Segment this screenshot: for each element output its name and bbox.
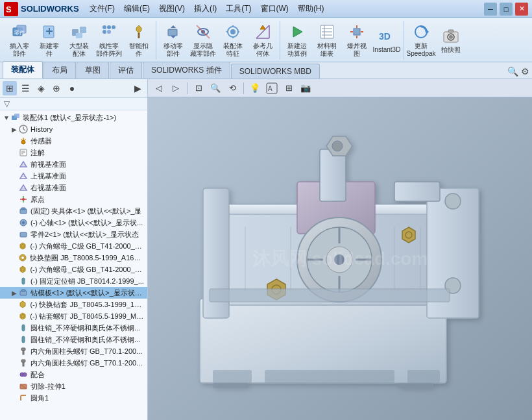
tree-item-part2[interactable]: 零件2<1> (默认<<默认>_显示状态	[0, 229, 147, 240]
svg-rect-95	[23, 362, 24, 366]
instant3d-label: Instant3D	[373, 46, 401, 54]
insert-component-icon: 零件	[10, 23, 29, 41]
pattern-button[interactable]: 线性零部件阵列	[95, 23, 123, 58]
svg-point-76	[22, 221, 25, 224]
configuration-manager-icon[interactable]: ◈	[34, 81, 48, 95]
show-hide-button[interactable]: 显示隐藏零部件	[189, 23, 217, 58]
feature-manager-icon[interactable]: ⊞	[3, 81, 17, 95]
options-icon[interactable]: ⚙	[521, 66, 529, 77]
menu-tools[interactable]: 工具(T)	[222, 2, 255, 16]
new-part-button[interactable]: 新建零件	[35, 23, 64, 58]
tab-assembly[interactable]: 装配体	[3, 61, 43, 79]
svg-text:A: A	[268, 85, 272, 92]
tree-arrow-drill-template: ▶	[10, 290, 18, 297]
insert-component-button[interactable]: 零件 插入零部件	[5, 23, 34, 58]
instant3d-button[interactable]: 3D Instant3D	[372, 23, 401, 58]
display-manager-icon[interactable]: ●	[65, 81, 79, 95]
tree-item-front-plane[interactable]: 前视基准面	[0, 158, 147, 170]
view-prev-button[interactable]: ◁	[152, 81, 166, 95]
tree-item-spindle[interactable]: (-) 心轴<1> (默认<<默认>_显示状...	[0, 217, 147, 229]
3d-viewport[interactable]: ◁ ▷ ⊡ 🔍 ⟲ 💡 A ⊞ 📷	[148, 79, 532, 420]
rotate-view-button[interactable]: ⟲	[225, 81, 239, 95]
large-assembly-button[interactable]: 大型装配体	[65, 23, 93, 58]
svg-rect-52	[14, 114, 19, 118]
svg-rect-9	[76, 33, 82, 38]
svg-point-11	[107, 25, 111, 29]
smart-fastener-button[interactable]: 智能扣件	[125, 23, 153, 58]
menu-help[interactable]: 帮助(H)	[294, 2, 328, 16]
tree-item-top-plane[interactable]: 上视基准面	[0, 170, 147, 182]
view-orientation-button[interactable]: A	[265, 81, 279, 95]
new-motion-button[interactable]: 新建运动算例	[283, 23, 311, 58]
zoom-fit-button[interactable]: ⊡	[191, 81, 206, 95]
tree-item-right-plane[interactable]: 右视基准面	[0, 182, 147, 193]
separator2	[243, 82, 244, 94]
part2-icon	[18, 229, 29, 240]
tab-sw-plugins[interactable]: SOLIDWORKS 插件	[143, 62, 230, 79]
close-button[interactable]: ✕	[515, 3, 528, 16]
section-view-button[interactable]: ⊞	[282, 81, 296, 95]
tab-layout[interactable]: 布局	[43, 62, 76, 79]
tree-item-annotation[interactable]: 注解	[0, 147, 147, 158]
cyl-pin2-label: 圆柱销_不淬硬钢和奥氏体不锈钢...	[30, 335, 140, 345]
drill-screw-label: (-) 钻套螺钉 JB_T8045.5-1999_M5X...	[30, 312, 145, 321]
tree-item-mates[interactable]: 配合	[0, 369, 147, 380]
assembly-feature-button[interactable]: 装配体特征	[219, 23, 247, 58]
tab-sw-mbd[interactable]: SOLIDWORKS MBD	[231, 64, 320, 79]
tree-item-drill-screw[interactable]: (-) 钻套螺钉 JB_T8045.5-1999_M5X...	[0, 310, 147, 322]
tree-item-hex-nut1[interactable]: (-) 六角螺母_C级 GB_T41-2000_M1...	[0, 240, 147, 252]
search-icon[interactable]: 🔍	[507, 66, 518, 77]
tree-item-locating-pin[interactable]: (-) 固定定位销 JB_T8014.2-1999_...	[0, 275, 147, 287]
tree-item-drill-sleeve[interactable]: (-) 快换钻套 JB_T8045.3-1999_13.0...	[0, 299, 147, 310]
menu-window[interactable]: 窗口(W)	[257, 2, 293, 16]
camera-button[interactable]: 📷	[298, 81, 313, 95]
update-speedpak-button[interactable]: 更新Speedpak	[407, 23, 435, 58]
panel-icon-bar: ⊞ ☰ ◈ ⊕ ● ▶	[0, 79, 147, 98]
tree-item-washer[interactable]: 快换垫圈 JB_T8008.5-1999_A16X80...	[0, 252, 147, 264]
tab-sketch[interactable]: 草图	[77, 62, 109, 79]
tree-item-origin[interactable]: 原点	[0, 193, 147, 205]
tree-item-history[interactable]: ▶ History	[0, 123, 147, 135]
property-manager-icon[interactable]: ☰	[18, 81, 32, 95]
expand-panel-icon[interactable]: ▶	[130, 81, 145, 95]
bom-button[interactable]: 材料明细表	[313, 23, 341, 58]
front-plane-icon	[18, 159, 29, 169]
move-component-button[interactable]: 移动零部件	[159, 23, 187, 58]
menu-view[interactable]: 视图(V)	[155, 2, 189, 16]
maximize-button[interactable]: □	[500, 3, 513, 16]
tree-item-socket-screw1[interactable]: 内六角圆柱头螺钉 GB_T70.1-200...	[0, 345, 147, 357]
dim-xpert-icon[interactable]: ⊕	[49, 81, 64, 95]
origin-label: 原点	[30, 195, 45, 204]
tree-item-cut-extrude[interactable]: 切除-拉伸1	[0, 380, 147, 392]
ref-geometry-button[interactable]: 参考几何体	[248, 23, 277, 58]
tab-evaluate[interactable]: 评估	[110, 62, 142, 79]
snapshot-button[interactable]: 拍快照	[437, 23, 465, 58]
display-mode-button[interactable]: 💡	[248, 81, 262, 95]
menu-insert[interactable]: 插入(I)	[190, 2, 221, 16]
view-next-button[interactable]: ▷	[169, 81, 183, 95]
cyl-pin1-label: 圆柱销_不淬硬钢和奥氏体不锈钢...	[30, 323, 140, 333]
tree-item-hex-nut2[interactable]: (-) 六角螺母_C级 GB_T41-2000_M1...	[0, 264, 147, 275]
hex-nut1-icon	[18, 241, 28, 251]
tree-item-fillet[interactable]: 圆角1	[0, 392, 147, 404]
bom-icon	[318, 23, 336, 41]
zoom-in-button[interactable]: 🔍	[208, 81, 223, 95]
svg-marker-19	[171, 36, 176, 38]
tree-item-drill-template[interactable]: ▶ 钻模板<1> (默认<<默认>_显示状态...	[0, 287, 147, 299]
tree-item-sensor[interactable]: 传感器	[0, 135, 147, 147]
menu-edit[interactable]: 编辑(E)	[120, 2, 154, 16]
svg-rect-104	[213, 370, 252, 383]
tree-item-fixture[interactable]: (固定) 夹具体<1> (默认<<默认>_显	[0, 205, 147, 217]
svg-marker-129	[402, 227, 415, 243]
tree-item-cyl-pin1[interactable]: 圆柱销_不淬硬钢和奥氏体不锈钢...	[0, 322, 147, 334]
explode-button[interactable]: 爆炸视图	[343, 23, 371, 58]
tree-root-assembly[interactable]: ▼ 装配体1 (默认<_显示状态-1>)	[0, 112, 147, 123]
minimize-button[interactable]: ─	[484, 3, 497, 16]
cut-extrude-label: 切除-拉伸1	[30, 382, 66, 391]
tree-item-socket-screw2[interactable]: 内六角圆柱头螺钉 GB_T70.1-200...	[0, 357, 147, 369]
ref-geometry-icon	[254, 23, 272, 41]
app-logo: S SOLIDWORKS	[4, 2, 79, 16]
tree-item-cyl-pin2[interactable]: 圆柱销_不淬硬钢和奥氏体不锈钢...	[0, 334, 147, 345]
model-render-area[interactable]: 沐风网 solidcad.com	[148, 97, 532, 420]
menu-file[interactable]: 文件(F)	[86, 2, 119, 16]
